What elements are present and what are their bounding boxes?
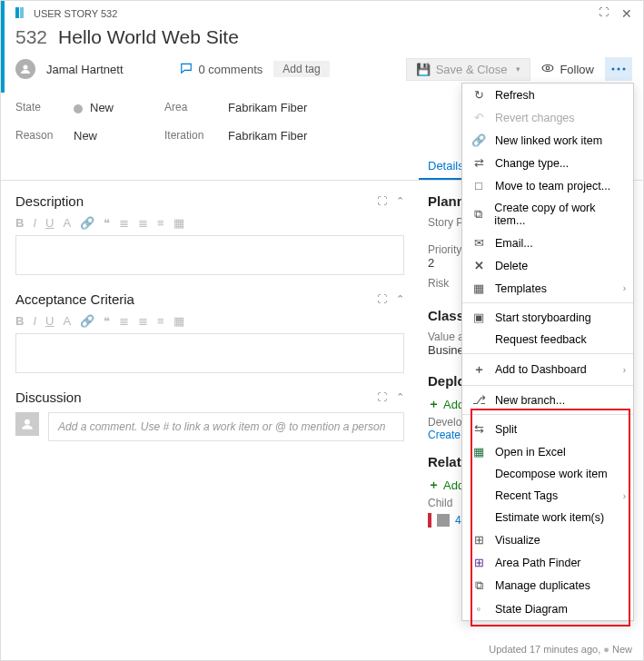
reason-value[interactable]: New xyxy=(74,129,164,143)
close-icon[interactable]: ✕ xyxy=(621,6,632,21)
expand-icon[interactable]: ⛶ xyxy=(377,293,387,305)
svg-rect-1 xyxy=(20,7,24,18)
save-icon: 💾 xyxy=(416,63,431,76)
work-item-id: 532 xyxy=(15,26,47,48)
menu-new-branch[interactable]: ⎇New branch... xyxy=(462,389,633,411)
save-close-button[interactable]: 💾 Save & Close ▾ xyxy=(406,58,531,81)
branch-icon: ⎇ xyxy=(471,393,486,407)
assignee-avatar[interactable] xyxy=(15,59,35,79)
menu-create-copy[interactable]: ⧉Create copy of work item... xyxy=(462,197,633,232)
iteration-label: Iteration xyxy=(164,129,228,143)
work-item-header: USER STORY 532 ⛶ ✕ xyxy=(1,1,643,21)
menu-delete[interactable]: ✕Delete xyxy=(462,254,633,277)
more-actions-menu: ↻Refresh ↶Revert changes 🔗New linked wor… xyxy=(461,83,634,621)
footer-status: Updated 17 minutes ago, ● New xyxy=(489,644,632,655)
svg-point-6 xyxy=(618,68,620,71)
menu-recent-tags[interactable]: Recent Tags› xyxy=(462,485,633,507)
menu-feedback[interactable]: Request feedback xyxy=(462,329,633,350)
discussion-input[interactable]: Add a comment. Use # to link a work item… xyxy=(48,412,404,441)
chevron-right-icon: › xyxy=(623,491,626,501)
menu-new-linked[interactable]: 🔗New linked work item xyxy=(462,129,633,152)
excel-icon: ▦ xyxy=(471,445,486,459)
description-toolbar[interactable]: B I U A 🔗 ❝ ≣ ≣ ≡ ▦ xyxy=(15,216,404,230)
user-story-icon xyxy=(15,7,28,20)
state-circle-icon xyxy=(74,104,83,113)
state-label: State xyxy=(15,101,74,114)
acceptance-heading: Acceptance Criteria xyxy=(15,291,134,307)
menu-decompose[interactable]: Decompose work item xyxy=(462,463,633,485)
menu-visualize[interactable]: ⊞Visualize xyxy=(462,528,633,551)
plus-icon: ＋ xyxy=(471,361,486,378)
reason-label: Reason xyxy=(15,129,74,143)
split-icon: ⇆ xyxy=(471,422,486,436)
state-value[interactable]: New xyxy=(74,101,164,114)
expand-icon[interactable]: ⛶ xyxy=(377,391,387,403)
link-icon: 🔗 xyxy=(471,133,486,147)
svg-point-8 xyxy=(25,419,30,425)
discussion-heading: Discussion xyxy=(15,390,82,405)
undo-icon: ↶ xyxy=(471,111,486,124)
menu-revert[interactable]: ↶Revert changes xyxy=(462,106,633,129)
chevron-right-icon: › xyxy=(623,365,626,375)
delete-icon: ✕ xyxy=(471,259,486,272)
templates-icon: ▦ xyxy=(471,281,486,295)
svg-rect-0 xyxy=(15,7,19,18)
fullscreen-icon[interactable]: ⛶ xyxy=(599,6,609,21)
menu-state-diag[interactable]: ◦State Diagram xyxy=(462,597,633,620)
comments-link[interactable]: 0 comments xyxy=(180,62,263,77)
acceptance-toolbar[interactable]: B I U A 🔗 ❝ ≣ ≣ ≡ ▦ xyxy=(15,314,404,328)
expand-icon[interactable]: ⛶ xyxy=(377,195,387,207)
svg-point-2 xyxy=(24,65,28,70)
menu-templates[interactable]: ▦Templates› xyxy=(462,277,633,300)
menu-move-team[interactable]: □Move to team project... xyxy=(462,174,633,197)
menu-excel[interactable]: ▦Open in Excel xyxy=(462,440,633,463)
chevron-down-icon: ▾ xyxy=(516,64,520,74)
visualize-icon: ⊞ xyxy=(471,533,486,547)
menu-dashboard[interactable]: ＋Add to Dashboard› xyxy=(462,357,633,382)
change-type-icon: ⇄ xyxy=(471,156,486,170)
eye-icon xyxy=(541,62,554,77)
svg-point-7 xyxy=(623,68,626,71)
svg-point-4 xyxy=(547,66,550,70)
menu-split[interactable]: ⇆Split xyxy=(462,418,633,440)
follow-button[interactable]: Follow xyxy=(541,62,594,77)
menu-email[interactable]: ✉Email... xyxy=(462,232,633,254)
add-tag-button[interactable]: Add tag xyxy=(273,61,329,77)
menu-estimate[interactable]: Estimate work item(s) xyxy=(462,507,633,528)
current-user-avatar xyxy=(15,412,39,436)
menu-storyboard[interactable]: ▣Start storyboarding xyxy=(462,306,633,329)
description-heading: Description xyxy=(15,193,84,209)
area-path-icon: ⊞ xyxy=(471,556,486,569)
svg-point-3 xyxy=(543,64,554,71)
assignee-name[interactable]: Jamal Hartnett xyxy=(46,63,124,76)
bug-bar-icon xyxy=(428,513,431,528)
comment-icon xyxy=(180,62,193,77)
refresh-icon: ↻ xyxy=(471,88,486,102)
description-input[interactable] xyxy=(15,235,404,275)
work-item-title[interactable]: Hello World Web Site xyxy=(58,26,239,48)
diagram-icon: ◦ xyxy=(471,602,486,616)
menu-refresh[interactable]: ↻Refresh xyxy=(462,84,633,106)
move-icon: □ xyxy=(471,179,486,192)
collapse-icon[interactable]: ⌃ xyxy=(396,195,404,207)
area-label: Area xyxy=(164,101,228,114)
collapse-icon[interactable]: ⌃ xyxy=(396,391,404,403)
menu-change-type[interactable]: ⇄Change type... xyxy=(462,152,633,174)
plus-icon: ＋ xyxy=(428,396,440,412)
storyboard-icon: ▣ xyxy=(471,311,486,324)
acceptance-input[interactable] xyxy=(15,333,404,373)
more-actions-button[interactable] xyxy=(605,57,632,81)
email-icon: ✉ xyxy=(471,236,486,250)
collapse-icon[interactable]: ⌃ xyxy=(396,293,404,305)
work-item-type-label: USER STORY 532 xyxy=(34,8,117,19)
copy-icon: ⧉ xyxy=(471,207,485,222)
menu-area-path[interactable]: ⊞Area Path Finder xyxy=(462,551,633,574)
title-row: 532 Hello World Web Site xyxy=(1,21,643,57)
duplicates-icon: ⧉ xyxy=(471,578,486,593)
menu-dupes[interactable]: ⧉Manage duplicates xyxy=(462,574,633,597)
chevron-right-icon: › xyxy=(623,283,626,293)
bug-icon xyxy=(437,514,450,527)
svg-point-5 xyxy=(612,68,615,71)
plus-icon: ＋ xyxy=(428,477,440,493)
